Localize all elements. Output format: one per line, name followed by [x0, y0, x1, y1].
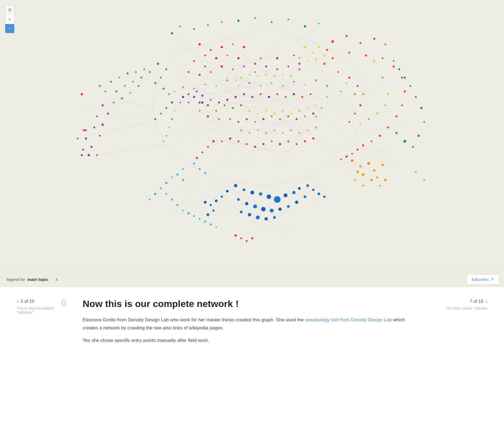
- svg-point-244: [166, 135, 167, 137]
- svg-point-365: [81, 93, 83, 95]
- nav-right-block: 7 of 10 › The main cluster : Gender: [432, 298, 487, 310]
- svg-point-166: [420, 107, 422, 109]
- legend-topic: main topic: [27, 277, 48, 282]
- svg-point-251: [323, 54, 325, 57]
- svg-point-404: [221, 140, 223, 142]
- svg-point-112: [207, 24, 209, 26]
- svg-point-294: [234, 184, 237, 187]
- svg-point-366: [83, 129, 85, 131]
- svg-point-315: [273, 216, 276, 219]
- svg-point-370: [243, 93, 245, 95]
- svg-point-362: [135, 71, 137, 73]
- svg-point-310: [295, 201, 298, 204]
- svg-point-338: [171, 198, 173, 201]
- svg-point-138: [357, 149, 359, 151]
- svg-point-371: [251, 96, 253, 98]
- svg-point-203: [101, 124, 104, 126]
- svg-point-234: [182, 86, 184, 88]
- svg-point-430: [251, 237, 253, 239]
- svg-point-417: [315, 104, 317, 106]
- svg-point-157: [360, 124, 361, 126]
- svg-point-369: [235, 96, 237, 98]
- svg-point-148: [359, 104, 362, 106]
- svg-point-140: [345, 155, 348, 158]
- svg-point-232: [204, 84, 206, 85]
- svg-point-193: [276, 68, 278, 70]
- legend-label-area: legend for main topic ∧: [0, 272, 72, 287]
- svg-point-151: [373, 60, 375, 62]
- zoom-in-button[interactable]: +: [5, 14, 14, 24]
- svg-point-125: [326, 49, 328, 51]
- svg-point-406: [207, 146, 209, 148]
- svg-point-219: [166, 107, 167, 109]
- svg-point-229: [304, 84, 306, 85]
- svg-point-325: [317, 193, 320, 195]
- fullscreen-button[interactable]: fullscreen ↗: [467, 274, 499, 285]
- svg-point-130: [401, 77, 403, 79]
- svg-point-324: [312, 189, 314, 191]
- svg-point-363: [143, 68, 145, 70]
- svg-point-233: [193, 88, 195, 90]
- svg-point-345: [210, 224, 212, 226]
- bottom-content: ‹ 5 of 10 This is what we labeled "addic…: [0, 287, 504, 425]
- svg-point-241: [174, 110, 175, 112]
- svg-point-207: [91, 146, 93, 148]
- slide-link[interactable]: seealsology tool from Density Design Lab: [305, 317, 392, 322]
- svg-point-299: [274, 196, 281, 203]
- svg-point-228: [293, 81, 295, 83]
- slide-body: Eleonora Grotto from Density Design Lab …: [83, 316, 421, 345]
- svg-point-412: [273, 112, 276, 115]
- svg-point-161: [395, 132, 398, 134]
- svg-point-109: [171, 32, 173, 34]
- svg-point-399: [279, 143, 281, 145]
- svg-point-409: [248, 110, 251, 112]
- svg-point-367: [77, 138, 78, 139]
- svg-point-258: [232, 107, 234, 109]
- svg-point-308: [278, 208, 282, 211]
- legend-toggle-button[interactable]: ∧: [53, 275, 61, 284]
- svg-point-405: [212, 140, 215, 142]
- zoom-out-button[interactable]: −: [5, 24, 14, 33]
- svg-point-392: [315, 126, 317, 129]
- svg-point-194: [287, 66, 289, 67]
- next-count: 7 of 10: [470, 299, 483, 304]
- svg-point-182: [204, 66, 206, 67]
- slide-content: Now this is our complete network ! Eleon…: [72, 298, 432, 349]
- svg-point-128: [382, 57, 383, 59]
- svg-point-312: [248, 213, 251, 216]
- network-graph[interactable]: [0, 0, 504, 272]
- svg-point-190: [265, 66, 267, 68]
- next-subtitle: The main cluster : Gender: [446, 306, 487, 310]
- svg-point-222: [226, 80, 228, 81]
- prev-subtitle: This is what we labeled "addiction": [17, 306, 61, 314]
- svg-point-124: [385, 43, 386, 45]
- svg-point-341: [187, 212, 190, 214]
- zoom-target-button[interactable]: ⊙: [5, 5, 14, 14]
- svg-point-249: [312, 52, 314, 54]
- svg-point-267: [262, 118, 264, 120]
- svg-point-332: [176, 173, 179, 176]
- svg-point-208: [96, 154, 98, 156]
- svg-point-292: [362, 185, 364, 187]
- svg-point-150: [348, 121, 350, 123]
- svg-point-167: [415, 96, 417, 98]
- svg-point-184: [199, 74, 201, 76]
- svg-point-240: [179, 102, 181, 104]
- prev-count: 5 of 10: [21, 299, 34, 304]
- next-navigation[interactable]: 7 of 10 ›: [443, 298, 487, 304]
- svg-point-290: [379, 185, 381, 186]
- svg-point-327: [304, 195, 306, 198]
- prev-navigation[interactable]: ‹ 5 of 10: [17, 298, 61, 304]
- svg-point-168: [409, 85, 411, 87]
- svg-point-156: [368, 118, 370, 120]
- svg-point-388: [282, 132, 284, 134]
- svg-point-197: [293, 55, 295, 56]
- svg-point-342: [193, 215, 195, 217]
- svg-point-160: [340, 91, 342, 92]
- svg-point-202: [96, 116, 98, 117]
- svg-point-316: [226, 190, 229, 193]
- svg-point-142: [332, 57, 334, 59]
- svg-point-336: [160, 188, 162, 190]
- svg-point-225: [260, 85, 262, 87]
- svg-point-255: [207, 104, 209, 106]
